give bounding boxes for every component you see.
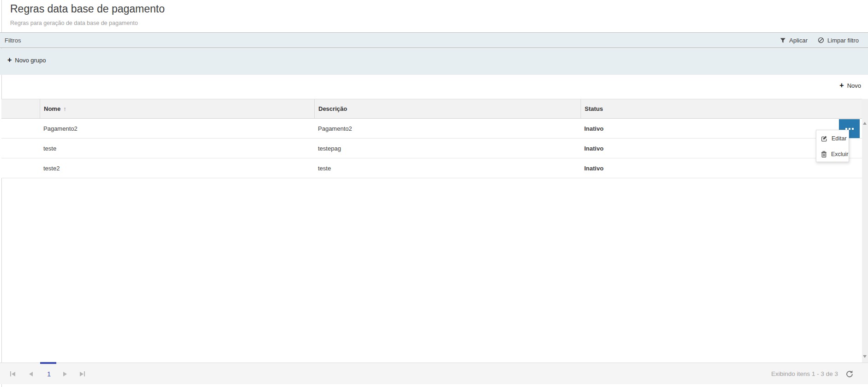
page-title: Regras data base de pagamento — [10, 3, 165, 15]
first-page-button[interactable] — [10, 371, 15, 376]
page: Regras data base de pagamento Regras par… — [0, 0, 868, 387]
new-record-button[interactable]: + Novo — [839, 82, 861, 89]
last-page-icon — [84, 371, 85, 376]
circle-slash-icon — [818, 37, 824, 43]
grid-header-descricao[interactable]: Descrição — [314, 99, 581, 118]
row-handle-cell — [1, 158, 40, 178]
vertical-scrollbar[interactable] — [862, 99, 868, 363]
edit-pencil-icon — [821, 135, 827, 142]
new-group-button[interactable]: + Novo grupo — [7, 56, 46, 64]
scroll-down-icon[interactable] — [863, 355, 867, 358]
grid-header-nome-label: Nome — [44, 105, 60, 112]
new-group-label: Novo grupo — [15, 57, 46, 64]
table-row[interactable]: Pagamento2 Pagamento2 Inativo — [1, 119, 862, 139]
clear-filter-label: Limpar filtro — [827, 37, 859, 44]
chevron-left-icon — [29, 372, 33, 376]
chevron-right-icon — [63, 372, 67, 376]
data-grid: Nome ↑ Descrição Status Pagamento2 Pagam… — [1, 99, 862, 178]
grid-header-status-label: Status — [585, 105, 603, 112]
grid-header-nome[interactable]: Nome ↑ — [40, 99, 314, 118]
menu-item-edit[interactable]: Editar — [816, 131, 849, 146]
sort-ascending-icon: ↑ — [63, 105, 66, 112]
table-row[interactable]: teste testepag Inativo — [1, 139, 862, 158]
apply-filter-button[interactable]: Aplicar — [780, 37, 808, 44]
grid-header-empty — [1, 99, 40, 118]
cell-nome: teste — [40, 139, 314, 158]
new-record-label: Novo — [847, 82, 861, 89]
cell-nome: teste2 — [40, 158, 314, 178]
menu-item-delete-label: Excluir — [831, 151, 849, 157]
clear-filter-button[interactable]: Limpar filtro — [818, 37, 859, 44]
pagination-summary-area: Exibindo itens 1 - 3 de 3 — [771, 363, 854, 385]
grid-header-descricao-label: Descrição — [318, 105, 347, 112]
page-number-button[interactable]: 1 — [44, 370, 54, 378]
cell-descricao: Pagamento2 — [314, 119, 581, 138]
grid-header-row: Nome ↑ Descrição Status — [1, 99, 862, 119]
active-page-indicator — [40, 362, 56, 364]
cell-descricao: teste — [314, 158, 581, 178]
menu-item-edit-label: Editar — [832, 135, 847, 142]
page-subtitle: Regras para geração de data base de paga… — [10, 20, 138, 26]
filter-actions: Aplicar Limpar filtro — [780, 37, 859, 44]
filter-funnel-icon — [780, 37, 786, 43]
ellipsis-icon — [845, 128, 847, 130]
cell-nome: Pagamento2 — [40, 119, 314, 138]
previous-page-button[interactable] — [29, 372, 33, 376]
trash-icon — [821, 151, 827, 157]
grid-header-status[interactable]: Status — [581, 99, 862, 118]
plus-icon: + — [7, 56, 12, 64]
filter-group-panel: + Novo grupo — [0, 48, 868, 75]
refresh-button[interactable] — [845, 369, 854, 379]
menu-item-delete[interactable]: Excluir — [816, 146, 849, 162]
table-row[interactable]: teste2 teste Inativo — [1, 158, 862, 178]
filter-bar-title: Filtros — [5, 37, 21, 44]
first-page-icon — [10, 371, 11, 376]
next-page-button[interactable] — [63, 372, 67, 376]
items-summary: Exibindo itens 1 - 3 de 3 — [771, 370, 838, 377]
pagination-bar: 1 Exibindo itens 1 - 3 de 3 — [0, 363, 868, 384]
plus-icon: + — [839, 82, 844, 89]
row-handle-cell — [1, 139, 40, 158]
apply-filter-label: Aplicar — [789, 37, 808, 44]
cell-descricao: testepag — [314, 139, 581, 158]
filter-bar: Filtros Aplicar Limpar filtro — [0, 32, 868, 48]
row-handle-cell — [1, 119, 40, 138]
row-context-menu: Editar Excluir — [816, 130, 849, 162]
last-page-button[interactable] — [80, 371, 85, 376]
scroll-up-icon[interactable] — [863, 122, 867, 125]
